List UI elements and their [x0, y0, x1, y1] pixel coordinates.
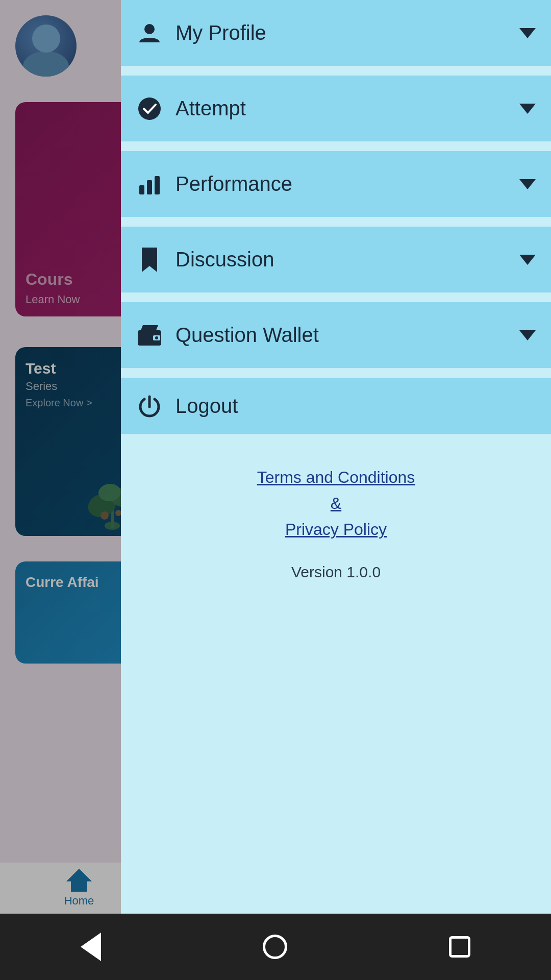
separator-5 — [121, 369, 551, 378]
separator-4 — [121, 293, 551, 302]
bar-chart-icon — [136, 171, 163, 198]
attempt-label: Attempt — [176, 97, 519, 120]
version-label: Version 1.0.0 — [291, 564, 381, 581]
recents-button[interactable] — [449, 936, 470, 958]
question-wallet-menu-item[interactable]: Question Wallet — [121, 302, 551, 369]
svg-point-8 — [138, 97, 161, 120]
logout-menu-item[interactable]: Logout — [121, 378, 551, 434]
performance-menu-item[interactable]: Performance — [121, 151, 551, 217]
check-circle-icon — [136, 95, 163, 122]
discussion-menu-item[interactable]: Discussion — [121, 227, 551, 293]
bookmark-icon — [136, 247, 163, 273]
chevron-down-icon — [519, 179, 536, 189]
svg-point-14 — [155, 336, 158, 339]
svg-rect-11 — [155, 176, 160, 194]
attempt-menu-item[interactable]: Attempt — [121, 76, 551, 142]
system-navigation-bar — [0, 914, 551, 980]
separator-1 — [121, 66, 551, 76]
svg-rect-10 — [147, 180, 152, 194]
chevron-down-icon — [519, 28, 536, 38]
svg-rect-9 — [139, 185, 144, 194]
performance-label: Performance — [176, 173, 519, 195]
privacy-policy-label: Privacy Policy — [285, 520, 387, 538]
drawer-footer: Terms and Conditions & Privacy Policy Ve… — [121, 434, 551, 980]
my-profile-label: My Profile — [176, 21, 519, 44]
chevron-down-icon — [519, 255, 536, 265]
back-button[interactable] — [81, 933, 101, 961]
question-wallet-label: Question Wallet — [176, 324, 519, 347]
discussion-label: Discussion — [176, 248, 519, 271]
my-profile-menu-item[interactable]: My Profile — [121, 0, 551, 66]
chevron-down-icon — [519, 104, 536, 114]
home-button[interactable] — [263, 935, 287, 959]
terms-label: Terms and Conditions — [257, 468, 415, 486]
logout-label: Logout — [176, 395, 238, 418]
svg-point-7 — [144, 24, 155, 34]
separator-2 — [121, 142, 551, 151]
and-label: & — [331, 494, 341, 512]
power-icon — [136, 393, 163, 419]
person-icon — [136, 20, 163, 46]
navigation-drawer: My Profile Attempt Performance — [121, 0, 551, 980]
wallet-icon — [136, 322, 163, 349]
terms-and-conditions-link[interactable]: Terms and Conditions & Privacy Policy — [257, 464, 415, 543]
chevron-down-icon — [519, 330, 536, 340]
separator-3 — [121, 217, 551, 227]
